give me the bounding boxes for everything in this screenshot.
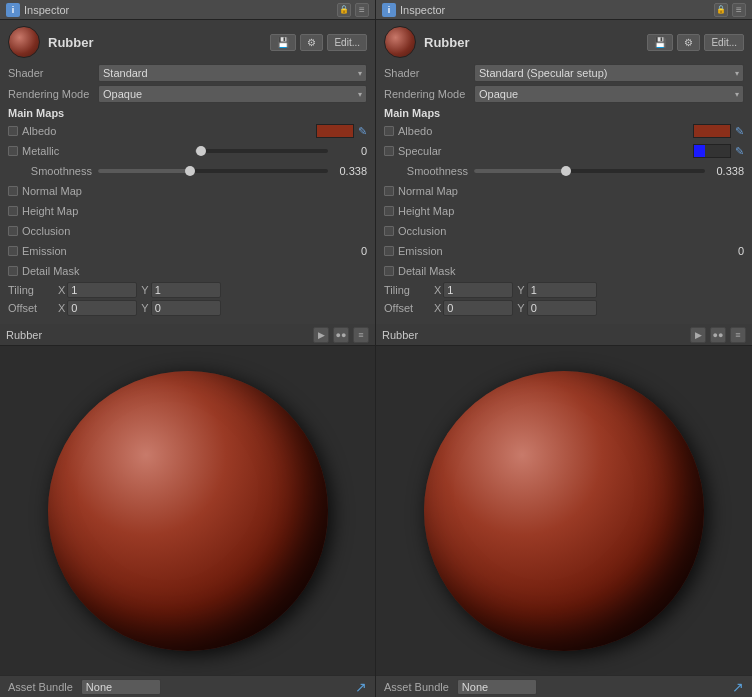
left-tiling-y-field: Y [141,282,220,298]
left-metallic-check[interactable] [8,146,18,156]
left-preview-header: Rubber ▶ ●● ≡ [0,324,375,346]
right-specular-pencil[interactable]: ✎ [735,145,744,158]
left-main-maps-title: Main Maps [8,107,367,119]
left-play-btn[interactable]: ▶ [313,327,329,343]
left-normalmap-check[interactable] [8,186,18,196]
right-lock-btn[interactable]: 🔒 [714,3,728,17]
left-shader-dropdown[interactable]: Standard ▾ [98,64,367,82]
right-offset-x-input[interactable] [443,300,513,316]
left-shader-value: Standard [103,67,148,79]
right-shader-value: Standard (Specular setup) [479,67,607,79]
right-play-btn[interactable]: ▶ [690,327,706,343]
right-material-toolbar: 💾 ⚙ Edit... [647,34,744,51]
right-specular-row: Specular ✎ [384,142,744,160]
left-albedo-swatch[interactable] [316,124,354,138]
right-heightmap-check[interactable] [384,206,394,216]
right-material-header: Rubber 💾 ⚙ Edit... [384,26,744,58]
left-lock-btn[interactable]: 🔒 [337,3,351,17]
right-rendering-value: Opaque [479,88,518,100]
right-albedo-check[interactable] [384,126,394,136]
right-save-btn[interactable]: 💾 [647,34,673,51]
right-tiling-y-input[interactable] [527,282,597,298]
right-menu-btn[interactable]: ≡ [732,3,746,17]
right-link-icon[interactable]: ↗ [732,679,744,695]
left-material-toolbar: 💾 ⚙ Edit... [270,34,367,51]
right-smoothness-thumb[interactable] [561,166,571,176]
left-edit-btn[interactable]: Edit... [327,34,367,51]
right-heightmap-row: Height Map [384,202,744,220]
left-dots-btn[interactable]: ●● [333,327,349,343]
left-inspector-panel: i Inspector 🔒 ≡ Rubber 💾 ⚙ Edit... Shade… [0,0,376,697]
left-occlusion-check[interactable] [8,226,18,236]
left-offset-y-field: Y [141,300,220,316]
right-tiling-row: Tiling X Y [384,282,744,298]
right-asset-bundle-dropdown[interactable]: None [457,679,537,695]
left-preview-controls: ▶ ●● ≡ [313,327,369,343]
left-normalmap-label: Normal Map [22,185,367,197]
left-material-name: Rubber [48,35,94,50]
right-normalmap-check[interactable] [384,186,394,196]
left-shader-row: Shader Standard ▾ [8,64,367,82]
left-heightmap-check[interactable] [8,206,18,216]
left-asset-bundle-dropdown[interactable]: None [81,679,161,695]
left-save-btn[interactable]: 💾 [270,34,296,51]
left-panel-title: Inspector [24,4,333,16]
left-asset-bundle-label: Asset Bundle [8,681,73,693]
left-inspector-content: Rubber 💾 ⚙ Edit... Shader Standard ▾ Ren… [0,20,375,324]
left-asset-bundle-value: None [86,681,112,693]
right-shader-dropdown[interactable]: Standard (Specular setup) ▾ [474,64,744,82]
right-preview-title: Rubber [382,329,684,341]
right-albedo-swatch[interactable] [693,124,731,138]
right-emission-check[interactable] [384,246,394,256]
left-emission-check[interactable] [8,246,18,256]
right-detailmask-check[interactable] [384,266,394,276]
right-detailmask-row: Detail Mask [384,262,744,280]
left-albedo-check[interactable] [8,126,18,136]
left-sphere-container [0,346,375,675]
right-inspector-content: Rubber 💾 ⚙ Edit... Shader Standard (Spec… [376,20,752,324]
left-shader-label: Shader [8,67,98,79]
left-tiling-y-axis: Y [141,284,148,296]
right-menu-btn2[interactable]: ≡ [730,327,746,343]
left-menu-btn[interactable]: ≡ [355,3,369,17]
right-rendering-dropdown[interactable]: Opaque ▾ [474,85,744,103]
left-tiling-x-input[interactable] [67,282,137,298]
left-tiling-y-input[interactable] [151,282,221,298]
left-normalmap-row: Normal Map [8,182,367,200]
right-tiling-xy: X Y [434,282,744,298]
right-gear-btn[interactable]: ⚙ [677,34,700,51]
left-offset-x-input[interactable] [67,300,137,316]
right-specular-swatch[interactable] [693,144,731,158]
left-detailmask-row: Detail Mask [8,262,367,280]
right-tiling-y-field: Y [517,282,596,298]
left-menu-btn[interactable]: ≡ [353,327,369,343]
left-albedo-pencil[interactable]: ✎ [358,125,367,138]
left-albedo-row: Albedo ✎ [8,122,367,140]
left-rendering-dropdown[interactable]: Opaque ▾ [98,85,367,103]
left-tiling-x-axis: X [58,284,65,296]
right-tiling-x-input[interactable] [443,282,513,298]
left-gear-btn[interactable]: ⚙ [300,34,323,51]
right-dots-btn[interactable]: ●● [710,327,726,343]
left-metallic-value: 0 [332,145,367,157]
right-occlusion-check[interactable] [384,226,394,236]
left-occlusion-row: Occlusion [8,222,367,240]
right-asset-bundle-bar: Asset Bundle None ↗ [376,675,752,697]
right-offset-y-input[interactable] [527,300,597,316]
left-offset-y-input[interactable] [151,300,221,316]
left-tiling-x-field: X [58,282,137,298]
left-smoothness-thumb[interactable] [185,166,195,176]
right-albedo-pencil[interactable]: ✎ [735,125,744,138]
left-link-icon[interactable]: ↗ [355,679,367,695]
left-occlusion-label: Occlusion [22,225,367,237]
right-detailmask-label: Detail Mask [398,265,744,277]
left-asset-bundle-bar: Asset Bundle None ↗ [0,675,375,697]
right-normalmap-label: Normal Map [398,185,744,197]
right-sphere-container [376,346,752,675]
left-metallic-thumb[interactable] [196,146,206,156]
left-rendering-mode-row: Rendering Mode Opaque ▾ [8,85,367,103]
right-specular-check[interactable] [384,146,394,156]
right-edit-btn[interactable]: Edit... [704,34,744,51]
left-metallic-row: Metallic 0 [8,142,367,160]
left-detailmask-check[interactable] [8,266,18,276]
